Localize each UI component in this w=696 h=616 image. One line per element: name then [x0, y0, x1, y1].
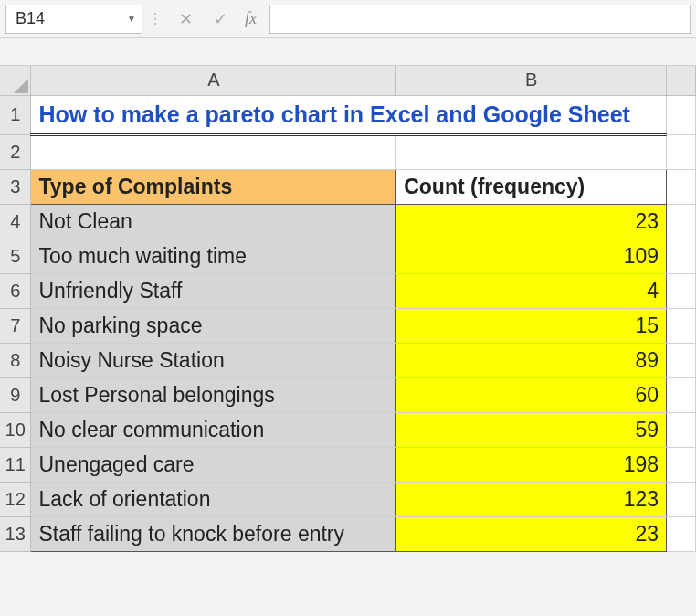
spreadsheet-grid[interactable]: A B 1 How to make a pareto chart in Exce… [0, 66, 696, 552]
cell-c11[interactable] [667, 447, 696, 482]
row-8: 8 Noisy Nurse Station 89 [0, 343, 696, 377]
cell-b6[interactable]: 4 [396, 273, 667, 308]
row-1: 1 How to make a pareto chart in Excel an… [0, 95, 696, 134]
cell-c9[interactable] [667, 377, 696, 412]
formula-input[interactable] [269, 5, 691, 34]
row-11: 11 Unengaged care 198 [0, 447, 696, 482]
cell-b4[interactable]: 23 [396, 204, 667, 239]
cell-c12[interactable] [667, 482, 696, 516]
cell-c3[interactable] [667, 169, 696, 204]
row-10: 10 No clear communication 59 [0, 412, 696, 447]
column-header-b[interactable]: B [396, 66, 667, 95]
row-header-6[interactable]: 6 [0, 273, 31, 308]
cell-a11[interactable]: Unengaged care [31, 447, 396, 482]
row-2: 2 [0, 134, 696, 169]
column-header-c[interactable] [667, 66, 696, 95]
row-9: 9 Lost Personal belongings 60 [0, 377, 696, 412]
cell-a6[interactable]: Unfriendly Staff [31, 273, 396, 308]
header-type[interactable]: Type of Complaints [31, 169, 396, 204]
row-5: 5 Too much waiting time 109 [0, 239, 696, 273]
close-icon: ✕ [179, 9, 193, 29]
row-header-11[interactable]: 11 [0, 447, 31, 482]
triangle-icon [14, 79, 28, 93]
chevron-down-icon[interactable]: ▼ [127, 14, 136, 24]
cancel-formula-button[interactable]: ✕ [172, 5, 199, 33]
cell-b7[interactable]: 15 [396, 308, 667, 343]
cell-b10[interactable]: 59 [396, 412, 667, 447]
row-header-7[interactable]: 7 [0, 308, 31, 343]
row-header-13[interactable]: 13 [0, 516, 31, 551]
cell-a13[interactable]: Staff failing to knock before entry [31, 516, 396, 551]
formula-bar: B14 ▼ ⋮ ✕ ✓ fx [0, 0, 696, 38]
vertical-dots-icon: ⋮ [142, 10, 168, 27]
row-7: 7 No parking space 15 [0, 308, 696, 343]
cell-c7[interactable] [667, 308, 696, 343]
cell-c4[interactable] [667, 204, 696, 239]
row-3: 3 Type of Complaints Count (frequency) [0, 169, 696, 204]
cell-b5[interactable]: 109 [396, 239, 667, 273]
cell-b11[interactable]: 198 [396, 447, 667, 482]
header-count[interactable]: Count (frequency) [396, 169, 667, 204]
cell-a9[interactable]: Lost Personal belongings [31, 377, 396, 412]
row-header-8[interactable]: 8 [0, 343, 31, 377]
cell-a8[interactable]: Noisy Nurse Station [31, 343, 396, 377]
title-cell[interactable]: How to make a pareto chart in Excel and … [31, 95, 667, 134]
cell-c5[interactable] [667, 239, 696, 273]
cell-a10[interactable]: No clear communication [31, 412, 396, 447]
row-13: 13 Staff failing to knock before entry 2… [0, 516, 696, 551]
cell-c13[interactable] [667, 516, 696, 551]
row-6: 6 Unfriendly Staff 4 [0, 273, 696, 308]
name-box[interactable]: B14 ▼ [5, 5, 142, 34]
row-header-2[interactable]: 2 [0, 134, 31, 169]
name-box-value: B14 [16, 9, 45, 28]
row-header-3[interactable]: 3 [0, 169, 31, 204]
row-header-12[interactable]: 12 [0, 482, 31, 516]
row-header-1[interactable]: 1 [0, 95, 31, 134]
row-header-4[interactable]: 4 [0, 204, 31, 239]
cell-b8[interactable]: 89 [396, 343, 667, 377]
cell-c2[interactable] [667, 134, 696, 169]
cell-a4[interactable]: Not Clean [31, 204, 396, 239]
cell-a7[interactable]: No parking space [31, 308, 396, 343]
column-header-a[interactable]: A [31, 66, 396, 95]
column-header-row: A B [0, 66, 696, 95]
cell-b13[interactable]: 23 [396, 516, 667, 551]
cell-a5[interactable]: Too much waiting time [31, 239, 396, 273]
cell-b12[interactable]: 123 [396, 482, 667, 516]
cell-c10[interactable] [667, 412, 696, 447]
check-icon: ✓ [214, 9, 227, 29]
cell-b2[interactable] [396, 134, 667, 169]
row-header-9[interactable]: 9 [0, 377, 31, 412]
fx-label[interactable]: fx [245, 9, 257, 28]
enter-formula-button[interactable]: ✓ [206, 5, 234, 33]
row-header-10[interactable]: 10 [0, 412, 31, 447]
row-4: 4 Not Clean 23 [0, 204, 696, 239]
cell-a12[interactable]: Lack of orientation [31, 482, 396, 516]
row-header-5[interactable]: 5 [0, 239, 31, 273]
ribbon-spacer [0, 38, 696, 66]
cell-b9[interactable]: 60 [396, 377, 667, 412]
cell-c8[interactable] [667, 343, 696, 377]
cell-a2[interactable] [31, 134, 396, 169]
row-12: 12 Lack of orientation 123 [0, 482, 696, 516]
select-all-corner[interactable] [0, 66, 31, 95]
cell-c1[interactable] [667, 95, 696, 134]
cell-c6[interactable] [667, 273, 696, 308]
